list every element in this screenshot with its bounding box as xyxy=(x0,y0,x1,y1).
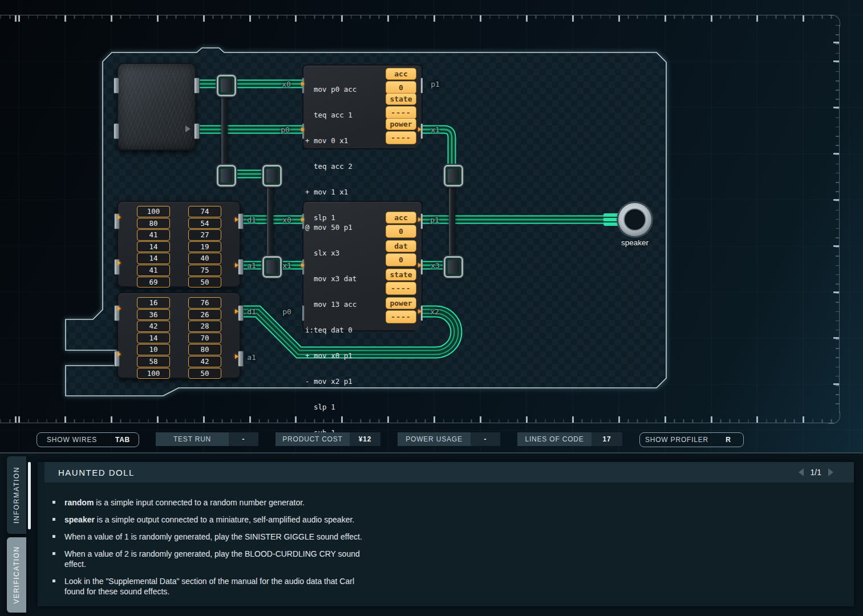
code-line: slx x3 xyxy=(305,249,356,257)
bullet-lead: speaker xyxy=(64,515,95,524)
wire-bridge-3[interactable] xyxy=(449,174,455,266)
mem-cell: 80 xyxy=(137,218,170,229)
register-value: ---- xyxy=(386,106,416,119)
mem-cell: 80 xyxy=(188,344,221,355)
pin-marker xyxy=(418,309,422,314)
show-wires-button[interactable]: SHOW WIRES TAB xyxy=(37,432,139,447)
mem-cell: 14 xyxy=(137,253,170,264)
mem-cell: 70 xyxy=(188,333,221,344)
indicator-value: - xyxy=(471,432,500,446)
memory-chip-1[interactable] xyxy=(117,201,241,287)
register-label: power xyxy=(386,118,416,130)
mem-cell: 42 xyxy=(137,321,170,332)
speaker-label: speaker xyxy=(621,238,649,247)
register-label: state xyxy=(386,269,416,281)
pin-label-mc1-x1: x1 xyxy=(431,125,440,134)
next-page-icon[interactable] xyxy=(828,468,833,476)
pin-marker xyxy=(235,354,238,359)
mem-cell: 28 xyxy=(188,321,221,332)
bullet-icon xyxy=(52,501,55,504)
mem-cell: 26 xyxy=(188,309,221,321)
show-profiler-button[interactable]: SHOW PROFILER R xyxy=(639,432,744,447)
pin-marker xyxy=(418,263,422,268)
pin-label-mc1-x0: x0 xyxy=(282,80,291,88)
code-line: + mov 1 x1 xyxy=(305,188,356,196)
register-value: 0 xyxy=(386,225,416,238)
lines-of-code-indicator: LINES OF CODE 17 xyxy=(517,432,622,446)
test-run-button[interactable]: TEST RUN - xyxy=(156,432,258,446)
button-hotkey: TAB xyxy=(107,433,139,447)
bullet-text: When a value of 2 is randomly generated,… xyxy=(64,549,360,569)
bridge3-bottom-clamp xyxy=(444,256,463,278)
bridge3-top-clamp xyxy=(444,165,463,187)
mem2-pin-a1 xyxy=(238,351,244,367)
bullet-icon xyxy=(52,579,55,582)
pin-marker xyxy=(301,263,305,268)
random-input-chip[interactable] xyxy=(117,63,196,151)
mc1-register-power: power ---- xyxy=(386,118,415,144)
speaker[interactable] xyxy=(617,201,653,238)
chip-pin xyxy=(194,78,200,94)
mem-cell: 58 xyxy=(137,356,170,367)
mc2-register-dat: dat 0 xyxy=(386,240,415,266)
mem-cell: 10 xyxy=(137,344,170,355)
register-value: ---- xyxy=(386,131,416,144)
page-indicator: 1/1 xyxy=(799,462,833,483)
code-line: - mov x2 p1 xyxy=(305,377,356,386)
mem1-column-1: 100 80 41 14 14 41 69 xyxy=(137,206,170,287)
pin-label-mem2-a1: a1 xyxy=(247,353,256,362)
mem-cell: 19 xyxy=(188,241,221,253)
mem-cell: 100 xyxy=(137,206,170,217)
pin-marker xyxy=(301,82,305,86)
button-value: - xyxy=(229,432,258,446)
bullet-text: is a simple input connected to a random … xyxy=(94,498,305,507)
pin-label-mc1-p0: p0 xyxy=(281,125,290,134)
power-usage-indicator: POWER USAGE - xyxy=(398,432,500,446)
bridge2-top-clamp xyxy=(262,165,282,187)
memory-chip-2[interactable] xyxy=(117,292,241,379)
product-cost-indicator: PRODUCT COST ¥12 xyxy=(275,432,380,446)
register-label: power xyxy=(386,297,416,309)
tab-verification[interactable]: VERIFICATION xyxy=(7,537,26,613)
chip-pin xyxy=(114,78,119,94)
code-line: + mov x0 p1 xyxy=(305,351,356,360)
information-box: HAUNTED DOLL 1/1 random is a simple inpu… xyxy=(38,462,854,606)
bridge1-bottom-clamp xyxy=(217,165,236,187)
mem-cell: 54 xyxy=(188,218,221,229)
register-value: 0 xyxy=(386,253,416,266)
bullet-text: When a value of 1 is randomly generated,… xyxy=(64,532,362,541)
pin-marker xyxy=(235,263,238,268)
pin-label-mem2-d1: d1 xyxy=(247,307,256,316)
tab-information[interactable]: INFORMATION xyxy=(7,456,26,534)
pin-marker xyxy=(418,217,422,222)
tab-label: VERIFICATION xyxy=(13,546,21,603)
pin-label-mem1-a1: a1 xyxy=(247,261,256,270)
page-number: 1/1 xyxy=(811,468,821,477)
mem2-column-1: 16 36 42 14 10 58 100 xyxy=(137,297,170,379)
wire-bridge-2[interactable] xyxy=(267,174,273,266)
bullet-list: random is a simple input connected to a … xyxy=(51,497,371,603)
mc2-register-state: state ---- xyxy=(386,269,415,295)
chip-pin xyxy=(194,123,200,139)
pin-marker xyxy=(301,127,305,132)
code-line: mov p0 acc xyxy=(305,85,356,94)
pin-label-mc2-x0: x0 xyxy=(282,216,291,224)
register-label: acc xyxy=(386,68,416,80)
bullet-lead: random xyxy=(64,498,94,507)
mem1-pin-d1 xyxy=(238,213,244,229)
code-line: teq acc 1 xyxy=(305,111,356,119)
register-label: state xyxy=(386,93,416,105)
mem-cell: 75 xyxy=(188,265,221,276)
mem-cell: 42 xyxy=(188,356,221,367)
mem-cell: 100 xyxy=(137,368,170,379)
register-label: acc xyxy=(386,212,416,224)
previous-page-icon[interactable] xyxy=(799,468,804,476)
code-line: i:teq dat 0 xyxy=(305,326,356,334)
mem-cell: 50 xyxy=(188,277,221,288)
mem2-column-2: 76 26 28 70 80 42 50 xyxy=(188,297,221,379)
mem2-pin-d1 xyxy=(238,305,244,321)
mc2-register-acc: acc 0 xyxy=(386,212,415,238)
pin-label-mc1-p1: p1 xyxy=(431,80,440,88)
wire-bridge-1[interactable] xyxy=(221,84,228,175)
bridge2-bottom-clamp xyxy=(262,256,282,278)
